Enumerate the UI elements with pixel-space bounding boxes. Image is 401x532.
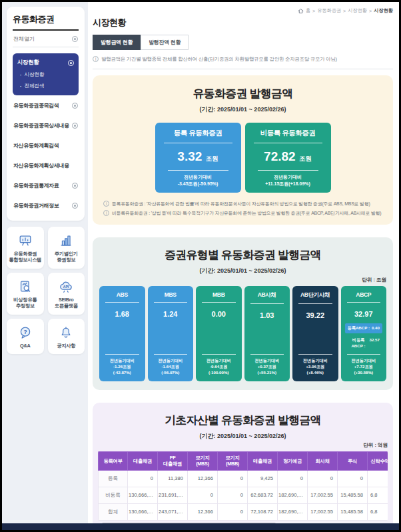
footer-bar bbox=[2, 523, 399, 530]
sidebar-subitem-label: 시장현황 bbox=[25, 71, 45, 78]
table-row: 등록 0 11,380 12,366 0 9,425 0 0 0 bbox=[99, 470, 388, 487]
bar-chart-icon bbox=[49, 233, 84, 248]
sidebar-item-security-detail[interactable]: 유동화증권종목상세내용 bbox=[13, 115, 79, 135]
sidebar: 유동화증권 전체열기 시장현황 · 시장현황 · bbox=[2, 2, 88, 530]
bell-icon bbox=[49, 325, 84, 340]
quicklink-label: 비상장유통 추정정보 bbox=[8, 297, 43, 309]
type-card: 증권유형별 유동화증권 발행금액 (기간: 2025/01/01 ~ 2025/… bbox=[93, 237, 393, 390]
type-card-period: (기간: 2025/01/01 ~ 2025/02/26) bbox=[99, 267, 386, 275]
sidebar-nav-card: 유동화증권 전체열기 시장현황 · 시장현황 · bbox=[7, 7, 85, 221]
type-box-mbb: MBB 0.00 전년동기대비-0.64조원(-100.00%) bbox=[196, 286, 242, 381]
box-label: 비등록 유동화증권 bbox=[254, 129, 322, 143]
sidebar-subitem-market-status[interactable]: · 시장현황 bbox=[17, 71, 74, 78]
sidebar-item-label: 시장현황 bbox=[17, 59, 39, 67]
info-note: i 발행금액은 기간별 발행종목 전체를 합산하여 산출(단기증권의 차환발행규… bbox=[93, 56, 393, 63]
sidebar-item-security-search[interactable]: 유동화증권종목검색 bbox=[13, 95, 79, 115]
box-value: 72.82 조원 bbox=[251, 149, 325, 164]
breadcrumb-home[interactable]: 홈 bbox=[306, 7, 310, 14]
breadcrumb-separator: > bbox=[312, 8, 315, 14]
page: 유동화증권 전체열기 시장현황 · 시장현황 · bbox=[2, 2, 399, 530]
tab-issue-amount[interactable]: 발행금액 현황 bbox=[93, 35, 141, 50]
expand-icon bbox=[72, 103, 78, 109]
api-cloud-icon: API bbox=[49, 279, 84, 294]
document-search-icon bbox=[8, 279, 43, 294]
info-icon: i bbox=[103, 201, 109, 207]
quicklink-label: 유동화증권 통합정보시스템 bbox=[8, 251, 43, 263]
sidebar-item-label: 자산유동화계획검색 bbox=[13, 142, 59, 149]
unit-label: 단위 : 조원 bbox=[99, 277, 386, 283]
page-title: 시장현황 bbox=[93, 17, 393, 29]
breadcrumb: 홈 > 유동화증권 > 시장현황 > 시장현황 bbox=[93, 6, 393, 14]
box-value: 3.32 조원 bbox=[161, 149, 235, 164]
type-card-title: 증권유형별 유동화증권 발행금액 bbox=[99, 247, 386, 263]
info-icon: i bbox=[93, 56, 99, 62]
expand-icon bbox=[72, 123, 78, 129]
box-yoy: 전년동기대비 -3.45조원(-50.95%) bbox=[161, 174, 235, 187]
question-bubble-icon: ? bbox=[8, 325, 43, 340]
quicklink-qna[interactable]: ? Q&A bbox=[7, 319, 44, 354]
sidebar-subitem-label: 전체검색 bbox=[25, 83, 45, 89]
unregistered-abs-box: 비등록 유동화증권 72.82 조원 전년동기대비 +11.15조원(+18.0… bbox=[245, 123, 331, 193]
tab-issue-balance[interactable]: 발행잔액 현황 bbox=[141, 35, 189, 50]
asset-card-period: (기간: 2025/01/01 ~ 2025/02/26) bbox=[98, 432, 388, 441]
quicklink-integrated-info-system[interactable]: 유동화증권 통합정보시스템 bbox=[7, 227, 44, 269]
sidebar-subitem-full-search[interactable]: · 전체검색 bbox=[17, 83, 74, 89]
sidebar-item-label: 유동화증권종목상세내용 bbox=[13, 122, 69, 129]
board-chart-icon bbox=[8, 233, 43, 248]
breadcrumb-item[interactable]: 시장현황 bbox=[348, 7, 367, 14]
asset-table-viewport: 등록여부 대출채권 PF 대출채권 모기지 (MBS) 모기지 (MBB) 매출… bbox=[98, 451, 388, 521]
table-row: 합계 130,666,… 243,071,… 12,366 0 72,108.7… bbox=[99, 503, 388, 520]
collapse-icon bbox=[68, 60, 74, 66]
sidebar-item-trade-info[interactable]: 유동화증권거래정보 bbox=[13, 195, 79, 215]
summary-card-title: 유동화증권 발행금액 bbox=[101, 86, 385, 101]
breadcrumb-item[interactable]: 유동화증권 bbox=[317, 7, 341, 14]
quicklink-notice[interactable]: 공지사항 bbox=[48, 319, 85, 354]
sidebar-item-plan-detail[interactable]: 자산유동화계획상세내용 bbox=[13, 155, 79, 175]
summary-card: 유동화증권 발행금액 (기간: 2025/01/01 ~ 2025/02/26)… bbox=[93, 75, 393, 225]
box-yoy: 전년동기대비 +11.15조원(+18.09%) bbox=[251, 174, 325, 187]
quicklink-period-popular-securities[interactable]: 주기별인기 증권정보 bbox=[48, 227, 85, 269]
box-label: 등록 유동화증권 bbox=[164, 129, 232, 143]
svg-text:API: API bbox=[63, 285, 69, 289]
breadcrumb-current: 시장현황 bbox=[374, 7, 393, 14]
sidebar-item-label: 유동화증권종목검색 bbox=[13, 102, 59, 109]
unit-label: 단위 : 억원 bbox=[98, 442, 388, 449]
sidebar-quick-links: 유동화증권 통합정보시스템 주기별인기 증권정보 bbox=[7, 227, 85, 359]
sidebar-item-plan-search[interactable]: 자산유동화계획검색 bbox=[13, 135, 79, 155]
sidebar-title: 유동화증권 bbox=[13, 13, 79, 31]
divider bbox=[93, 69, 393, 69]
quicklink-label: Q&A bbox=[8, 343, 43, 349]
type-box-ab-bond: AB사채 1.03 전년동기대비+0.37조원(+55.21%) bbox=[244, 286, 290, 381]
breadcrumb-separator: > bbox=[343, 8, 346, 14]
asset-card-title: 기초자산별 유동화증권 발행금액 bbox=[98, 413, 388, 428]
sidebar-item-market-status[interactable]: 시장현황 · 시장현황 · 전체검색 bbox=[13, 53, 79, 95]
type-box-mbs: MBS 1.24 전년동기대비-1.64조원(-56.97%) bbox=[148, 286, 194, 381]
table-row: 비등록 130,666,… 231,691,… 0 0 62,683.72 18… bbox=[99, 487, 388, 503]
svg-text:?: ? bbox=[23, 329, 27, 335]
expand-all-icon bbox=[72, 36, 78, 42]
info-note-text: 발행금액은 기간별 발행종목 전체를 합산하여 산출(단기증권의 차환발행규모를… bbox=[101, 56, 337, 63]
asset-table: 등록여부 대출채권 PF 대출채권 모기지 (MBS) 모기지 (MBB) 매출… bbox=[98, 451, 388, 521]
type-box-abcp: ABCP 32.97 등록ABCP :0.40 비등록ABCP :32.57 bbox=[341, 286, 387, 381]
expand-all-button[interactable]: 전체열기 bbox=[13, 31, 79, 47]
info-icon: i bbox=[103, 210, 109, 216]
quicklink-seibro-open-platform[interactable]: API SEIBro 오픈플랫폼 bbox=[48, 273, 85, 315]
sidebar-item-label: 자산유동화계획상세내용 bbox=[13, 162, 69, 169]
registered-abs-box: 등록 유동화증권 3.32 조원 전년동기대비 -3.45조원(-50.95%) bbox=[155, 123, 241, 193]
layout: 유동화증권 전체열기 시장현황 · 시장현황 · bbox=[2, 2, 399, 530]
type-box-abs: ABS 1.68 전년동기대비-1.26조원(-42.87%) bbox=[99, 286, 145, 381]
type-box-ab-stb: AB단기사채 39.22 전년동기대비+3.06조원(+8.46%) bbox=[292, 286, 338, 381]
quicklink-label: 공지사항 bbox=[49, 343, 84, 349]
breadcrumb-separator: > bbox=[369, 8, 372, 14]
quicklink-label: 주기별인기 증권정보 bbox=[49, 251, 84, 263]
bullet-icon: · bbox=[20, 83, 22, 89]
quicklink-unlisted-estimate-info[interactable]: 비상장유통 추정정보 bbox=[7, 273, 44, 315]
table-header-row: 등록여부 대출채권 PF 대출채권 모기지 (MBS) 모기지 (MBB) 매출… bbox=[99, 451, 388, 470]
home-icon[interactable] bbox=[298, 8, 304, 14]
asset-card: 기초자산별 유동화증권 발행금액 (기간: 2025/01/01 ~ 2025/… bbox=[93, 403, 393, 530]
quicklink-label: SEIBro 오픈플랫폼 bbox=[49, 297, 84, 309]
sidebar-item-statistics[interactable]: 유동화증권통계자료 bbox=[13, 175, 79, 195]
expand-icon bbox=[72, 183, 78, 189]
sidebar-item-label: 유동화증권통계자료 bbox=[13, 182, 59, 189]
sidebar-item-label: 유동화증권거래정보 bbox=[13, 202, 59, 209]
